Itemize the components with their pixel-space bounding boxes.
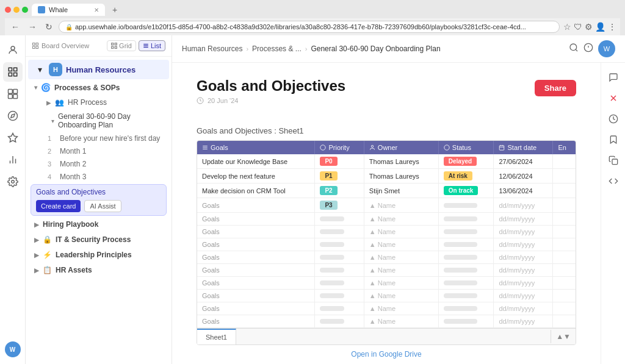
hr-process-label: HR Process (68, 98, 107, 107)
tab-favicon (38, 6, 45, 13)
ai-assist-button[interactable]: AI Assist (84, 200, 121, 212)
sidebar-settings-icon[interactable] (3, 172, 23, 191)
cell-start-date: dd/mm/yyyy (494, 238, 553, 251)
menu-btn[interactable]: ⋮ (608, 22, 616, 32)
forward-button[interactable]: → (26, 21, 39, 33)
cell-goal: Goals (197, 238, 315, 251)
svg-rect-46 (612, 159, 618, 165)
cell-goal: Goals (197, 315, 315, 328)
dot-green[interactable] (22, 7, 28, 13)
cell-status (438, 251, 494, 264)
dot-red[interactable] (5, 7, 11, 13)
cell-end (553, 302, 576, 315)
dot-yellow[interactable] (13, 7, 20, 13)
nav-step-4[interactable]: 4 Month 3 (28, 171, 169, 183)
sidebar-chart-icon[interactable] (3, 150, 23, 170)
header-search-button[interactable] (569, 43, 579, 55)
clock-icon-btn[interactable] (604, 109, 623, 129)
user-avatar[interactable]: W (5, 341, 21, 357)
breadcrumb-hr[interactable]: Human Resources (182, 45, 242, 53)
svg-point-15 (11, 180, 14, 184)
nav-hiring-playbook[interactable]: ▶ Hiring Playbook (28, 217, 169, 232)
open-drive-anchor[interactable]: Open in Google Drive (351, 350, 421, 359)
nav-step-2[interactable]: 2 Month 1 (28, 145, 169, 157)
cell-start-date: dd/mm/yyyy (494, 213, 553, 226)
sidebar-compass-icon[interactable] (3, 106, 23, 126)
bookmark-btn[interactable]: ☆ (563, 22, 571, 32)
browser-tab[interactable]: Whale ✕ (32, 4, 105, 16)
back-button[interactable]: ← (9, 21, 22, 33)
close-icon-btn[interactable] (604, 88, 623, 108)
svg-rect-2 (13, 68, 16, 71)
header-info-button[interactable] (583, 43, 593, 55)
nav-step-3[interactable]: 3 Month 2 (28, 158, 169, 170)
grid-view-btn[interactable]: Grid (107, 40, 136, 51)
nav-playbook-label: General 30-60-90 Day Onboarding Plan (58, 112, 163, 129)
cell-owner: ▲Name (364, 213, 438, 226)
list-view-btn[interactable]: List (139, 40, 165, 51)
active-step-actions: Create card AI Assist (36, 200, 161, 212)
cell-goal: Goals (197, 251, 315, 264)
svg-rect-8 (13, 95, 17, 99)
svg-point-27 (570, 44, 577, 51)
ext-btn2[interactable]: ⚙ (585, 22, 593, 32)
page-date: 20 Jun '24 (208, 97, 238, 104)
nav-leadership[interactable]: ▶ ⚡ Leadership Principles (28, 248, 169, 262)
cell-priority (315, 277, 364, 290)
sidebar-boards-icon[interactable] (3, 62, 23, 82)
chat-icon-btn[interactable] (604, 68, 623, 87)
main-content: Goals and Objectives 20 Jun '24 Share Go… (172, 63, 625, 364)
nav-processes-header[interactable]: ▾ 🌀 Processes & SOPs (28, 80, 169, 95)
cell-end (553, 315, 576, 328)
breadcrumb-processes[interactable]: Processes & ... (252, 45, 302, 53)
nav-hr-process[interactable]: ▶ 👥 HR Process (28, 96, 169, 109)
browser-chrome: Whale ✕ + ← → ↻ 🔒 app.usewhale.io/boards… (0, 0, 625, 35)
sheet-tab-1[interactable]: Sheet1 (197, 329, 236, 344)
cell-status (438, 290, 494, 302)
main-area: Human Resources › Processes & ... › Gene… (172, 35, 625, 364)
browser-dots (5, 7, 28, 13)
hr-process-expand: ▶ (46, 99, 51, 106)
svg-rect-7 (8, 95, 12, 99)
bookmark-icon-btn[interactable] (604, 130, 623, 149)
ext-btn1[interactable]: 🛡 (574, 22, 582, 32)
sidebar-star-icon[interactable] (3, 128, 23, 148)
right-sidebar (601, 63, 625, 364)
user-avatar-header[interactable]: W (598, 40, 615, 57)
svg-marker-10 (10, 114, 14, 118)
svg-point-9 (8, 112, 17, 121)
reload-button[interactable]: ↻ (43, 21, 55, 33)
sidebar-apps-icon[interactable] (3, 84, 23, 104)
cell-priority: P1 (315, 169, 364, 184)
cell-goal: Goals (197, 213, 315, 226)
tab-close-btn[interactable]: ✕ (94, 7, 99, 13)
sheet-tab-arrow[interactable]: ▲▼ (551, 330, 576, 343)
nav-step-1[interactable]: 1 Before your new hire's first day (28, 132, 169, 145)
url-bar[interactable]: 🔒 app.usewhale.io/boards/e1b20f15-d85d-4… (59, 21, 560, 33)
create-card-button[interactable]: Create card (36, 200, 81, 212)
cell-status: At risk (438, 169, 494, 184)
sidebar-user-icon[interactable]: W (3, 340, 23, 359)
svg-rect-16 (33, 43, 35, 46)
browser-titlebar: Whale ✕ + (5, 4, 620, 16)
it-label: IT & Security Process (56, 235, 131, 244)
new-tab-button[interactable]: + (109, 4, 121, 16)
cell-goal: Develop the next feature (197, 169, 315, 184)
cell-goal: Make decision on CRM Tool (197, 184, 315, 198)
nav-hr-assets[interactable]: ▶ 📋 HR Assets (28, 263, 169, 277)
cell-owner: ▲Name (364, 238, 438, 251)
cell-goal: Goals (197, 277, 315, 290)
cell-end (553, 198, 576, 213)
browser-actions: ☆ 🛡 ⚙ 👤 ⋮ (563, 22, 616, 32)
share-button[interactable]: Share (535, 80, 576, 96)
ext-btn3[interactable]: 👤 (595, 22, 605, 32)
board-overview-header[interactable]: Board Overview Grid List (26, 35, 172, 57)
sidebar-home-icon[interactable] (3, 40, 23, 60)
nav-human-resources[interactable]: ▾ H Human Resources (28, 60, 169, 79)
embed-icon-btn[interactable] (604, 171, 623, 191)
nav-playbook[interactable]: ▾ General 30-60-90 Day Onboarding Plan (28, 110, 169, 132)
cell-end (553, 154, 576, 169)
nav-it-security[interactable]: ▶ 🔒 IT & Security Process (28, 232, 169, 247)
hr-process-icon: 👥 (55, 98, 64, 107)
copy-icon-btn[interactable] (604, 151, 623, 170)
